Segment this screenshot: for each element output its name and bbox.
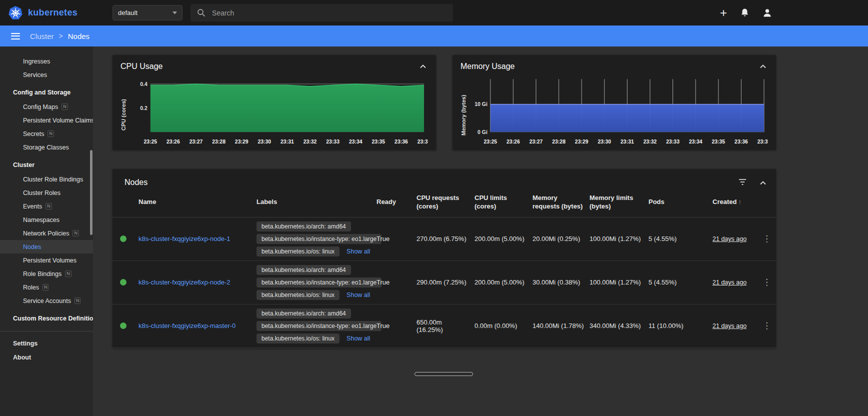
sidebar-item-secrets[interactable]: SecretsN: [0, 127, 93, 140]
node-name-link[interactable]: k8s-cluster-fxqgiyize6xp-node-2: [138, 278, 230, 286]
search-bar[interactable]: [190, 4, 453, 22]
node-actions-menu-button[interactable]: ⋮: [760, 277, 774, 288]
sidebar-item-about[interactable]: About: [0, 350, 93, 364]
sidebar-item-cluster-role-bindings[interactable]: Cluster Role Bindings: [0, 172, 93, 186]
sidebar-item-service-accounts[interactable]: Service AccountsN: [0, 294, 93, 308]
label-chip: beta.kubernetes.io/os: linux: [256, 290, 340, 300]
sidebar-item-role-bindings[interactable]: Role BindingsN: [0, 267, 93, 280]
svg-text:10 Gi: 10 Gi: [474, 102, 488, 107]
sidebar-item-persistent-volume-claims[interactable]: Persistent Volume ClaimsN: [0, 114, 93, 127]
sidebar-item-cluster-roles[interactable]: Cluster Roles: [0, 186, 93, 200]
filter-button[interactable]: [738, 178, 747, 187]
svg-text:23:35: 23:35: [372, 139, 385, 144]
sidebar-item-storage-classes[interactable]: Storage Classes: [0, 140, 93, 154]
svg-text:23:25: 23:25: [484, 139, 497, 144]
node-actions-menu-button[interactable]: ⋮: [760, 320, 774, 331]
namespaced-badge: N: [72, 230, 79, 236]
sidebar-item-settings[interactable]: Settings: [0, 336, 93, 350]
sidebar-item-events[interactable]: EventsN: [0, 200, 93, 213]
node-status-cell: [112, 279, 138, 286]
namespaced-badge: N: [46, 203, 52, 210]
column-cpu-limits: CPU limits (cores): [474, 194, 532, 211]
cpu-usage-title: CPU Usage: [120, 62, 162, 71]
node-name-link[interactable]: k8s-cluster-fxqgiyize6xp-master-0: [138, 322, 236, 330]
sidebar-item-label: Nodes: [23, 244, 41, 250]
sidebar-item-label: Service Accounts: [23, 298, 71, 304]
sidebar-scrollbar[interactable]: [90, 150, 92, 235]
show-all-labels-link[interactable]: Show all: [346, 335, 370, 342]
sidebar-item-config-maps[interactable]: Config MapsN: [0, 100, 93, 114]
sidebar-item-services[interactable]: Services: [0, 68, 93, 82]
sidebar-item-ingresses[interactable]: Ingresses: [0, 54, 93, 68]
node-name-cell: k8s-cluster-fxqgiyize6xp-node-2: [138, 278, 256, 286]
notifications-button[interactable]: [740, 8, 749, 18]
breadcrumb-current-page: Nodes: [68, 32, 90, 40]
node-ready-cell: True: [376, 322, 416, 330]
sidebar-header-config-and-storage: Config and Storage: [0, 86, 93, 99]
node-pods-cell: 5 (4.55%): [648, 235, 704, 242]
svg-text:23:29: 23:29: [235, 139, 248, 144]
svg-text:23:28: 23:28: [552, 139, 566, 144]
sidebar-item-label: Config and Storage: [13, 89, 70, 96]
create-resource-button[interactable]: +: [720, 7, 727, 19]
node-age: 21 days ago: [712, 279, 746, 286]
sidebar-item-label: Custom Resource Definitions: [13, 315, 93, 322]
breadcrumb-cluster-link[interactable]: Cluster: [30, 32, 54, 40]
sidebar-item-label: Cluster: [13, 162, 34, 168]
node-actions-menu-button[interactable]: ⋮: [760, 234, 774, 244]
nodes-table-body: k8s-cluster-fxqgiyize6xp-node-1beta.kube…: [112, 218, 776, 348]
column-created-sort[interactable]: Created ↑: [704, 198, 760, 206]
show-all-labels-link[interactable]: Show all: [346, 292, 370, 298]
sidebar-item-label: Events: [23, 203, 42, 210]
svg-text:23:34: 23:34: [689, 139, 702, 144]
nodes-card: Nodes: [112, 169, 776, 348]
node-name-link[interactable]: k8s-cluster-fxqgiyize6xp-node-1: [138, 235, 230, 242]
memory-usage-chart: 0 Gi10 Gi23:2523:2623:2723:2823:2923:302…: [470, 73, 768, 146]
namespaced-badge: N: [74, 298, 81, 304]
sidebar-item-nodes[interactable]: Nodes: [0, 240, 93, 254]
nodes-title: Nodes: [124, 178, 148, 187]
node-cpu-limits-cell: 200.00m (5.00%): [474, 278, 532, 286]
sidebar-item-persistent-volumes[interactable]: Persistent Volumes: [0, 254, 93, 267]
node-actions-cell: ⋮: [760, 277, 776, 288]
node-name-cell: k8s-cluster-fxqgiyize6xp-node-1: [138, 235, 256, 242]
node-memory-requests-cell: 140.00Mi (1.78%): [532, 322, 590, 330]
node-row: k8s-cluster-fxqgiyize6xp-master-0beta.ku…: [112, 304, 776, 348]
label-chip: beta.kubernetes.io/instance-type: eo1.la…: [256, 278, 382, 288]
account-button[interactable]: [762, 8, 772, 18]
collapse-memory-chart-button[interactable]: [758, 62, 768, 71]
sidebar-item-label: Storage Classes: [23, 144, 69, 151]
namespaced-badge: N: [48, 130, 54, 137]
svg-text:23:37: 23:37: [418, 139, 428, 144]
svg-text:23:32: 23:32: [304, 139, 317, 144]
node-age: 21 days ago: [712, 236, 746, 242]
search-input[interactable]: [212, 9, 446, 17]
kubernetes-logo-icon: [8, 6, 23, 20]
sidebar-item-label: Services: [23, 72, 47, 78]
svg-text:23:30: 23:30: [598, 139, 611, 144]
svg-text:23:25: 23:25: [144, 139, 157, 144]
svg-text:23:27: 23:27: [190, 139, 203, 144]
sidebar-item-label: Cluster Roles: [23, 190, 60, 196]
cpu-usage-chart: 0.20.423:2523:2623:2723:2823:2923:3023:3…: [130, 73, 428, 146]
node-cpu-limits-cell: 0.00m (0.00%): [474, 322, 532, 330]
column-ready: Ready: [376, 198, 416, 206]
svg-text:0.2: 0.2: [140, 106, 148, 111]
collapse-nodes-button[interactable]: [760, 179, 766, 186]
sidebar-item-namespaces[interactable]: Namespaces: [0, 213, 93, 226]
partially-visible-element: [414, 372, 473, 376]
svg-text:23:29: 23:29: [575, 139, 588, 144]
menu-button[interactable]: [9, 31, 22, 42]
sidebar-header-cluster: Cluster: [0, 158, 93, 172]
home-link[interactable]: kubernetes: [8, 6, 78, 20]
sidebar-item-network-policies[interactable]: Network PoliciesN: [0, 226, 93, 240]
sidebar-item-label: Roles: [23, 284, 39, 291]
node-pods-cell: 11 (10.00%): [648, 322, 704, 330]
chevron-up-icon: [760, 64, 766, 68]
svg-text:23:31: 23:31: [280, 139, 294, 144]
sidebar-item-roles[interactable]: RolesN: [0, 280, 93, 294]
namespace-selector[interactable]: default: [112, 5, 182, 20]
charts-row: CPU Usage CPU (cores) 0.20.423:2523:2623…: [112, 55, 868, 150]
show-all-labels-link[interactable]: Show all: [346, 248, 370, 255]
collapse-cpu-chart-button[interactable]: [418, 62, 428, 71]
